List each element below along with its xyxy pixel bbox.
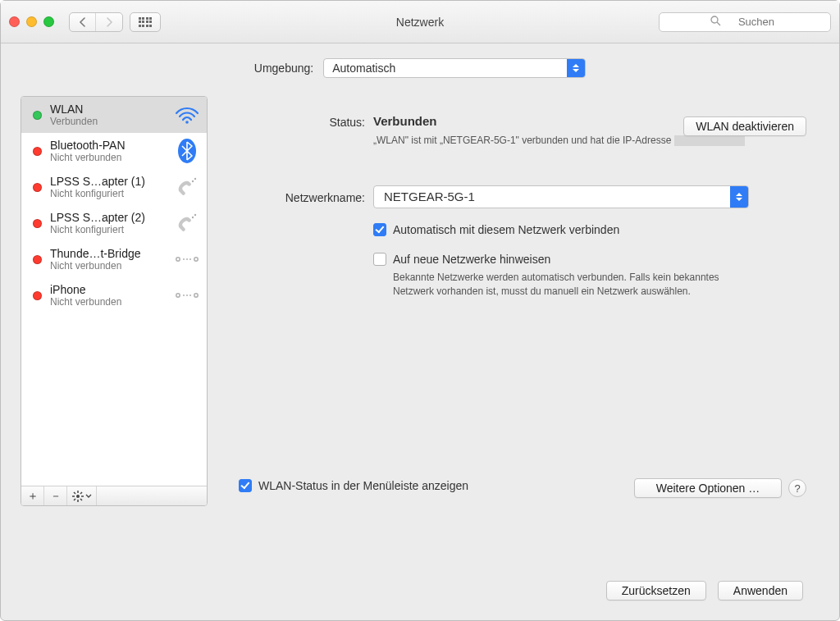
status-dot xyxy=(33,111,42,120)
notify-new-checkbox[interactable]: Auf neue Netzwerke hinweisen xyxy=(373,253,806,266)
network-label: Netzwerkname: xyxy=(224,189,365,204)
status-dot xyxy=(33,219,42,228)
service-item-bluetooth[interactable]: Bluetooth-PAN Nicht verbunden xyxy=(21,133,207,169)
svg-point-17 xyxy=(189,295,191,296)
remove-service-button[interactable]: － xyxy=(44,486,67,505)
svg-point-2 xyxy=(185,121,189,124)
svg-point-14 xyxy=(194,294,198,297)
service-subtitle: Nicht verbunden xyxy=(50,152,166,163)
menubar-status-checkbox[interactable]: WLAN-Status in der Menüleiste anzeigen xyxy=(239,479,468,492)
deactivate-wifi-button[interactable]: WLAN deaktivieren xyxy=(683,116,806,136)
search-box[interactable] xyxy=(659,12,831,32)
service-subtitle: Nicht verbunden xyxy=(50,296,166,308)
status-dot xyxy=(33,255,42,264)
service-sidebar: WLAN Verbunden xyxy=(21,96,208,506)
sidebar-footer-spacer xyxy=(97,486,207,505)
svg-line-24 xyxy=(80,499,82,500)
svg-line-23 xyxy=(74,492,75,494)
svg-point-16 xyxy=(186,295,188,296)
sidebar-footer: ＋ － xyxy=(21,486,207,505)
service-item-lpss-1[interactable]: LPSS S…apter (1) Nicht konfiguriert xyxy=(21,169,207,205)
service-name: LPSS S…apter (1) xyxy=(50,175,166,188)
detail-panel: WLAN deaktivieren Status: Verbunden „WLA… xyxy=(221,96,819,506)
checkbox-icon xyxy=(373,223,386,236)
status-dot xyxy=(33,147,42,156)
status-label: Status: xyxy=(224,114,365,129)
service-subtitle: Nicht konfiguriert xyxy=(50,188,166,199)
svg-point-12 xyxy=(189,258,191,260)
svg-point-8 xyxy=(176,258,180,261)
svg-line-25 xyxy=(74,499,75,500)
auto-join-label: Automatisch mit diesem Netzwerk verbinde… xyxy=(393,223,619,236)
svg-line-26 xyxy=(80,492,82,494)
svg-point-0 xyxy=(711,16,718,23)
zoom-button[interactable] xyxy=(43,16,54,27)
bluetooth-icon xyxy=(174,139,200,162)
svg-point-7 xyxy=(194,214,196,216)
show-all-button[interactable] xyxy=(130,12,161,32)
environment-label: Umgebung: xyxy=(254,62,313,75)
service-name: Bluetooth-PAN xyxy=(50,139,166,152)
search-icon xyxy=(710,16,721,29)
bridge-icon xyxy=(174,248,200,271)
nav-segmented xyxy=(69,12,123,32)
reset-button[interactable]: Zurücksetzen xyxy=(606,581,706,600)
wifi-icon xyxy=(174,103,200,126)
help-button[interactable]: ? xyxy=(788,479,806,497)
auto-join-checkbox[interactable]: Automatisch mit diesem Netzwerk verbinde… xyxy=(373,223,806,236)
svg-point-5 xyxy=(194,178,196,180)
footer-buttons: Zurücksetzen Anwenden xyxy=(606,581,803,600)
menubar-status-label: WLAN-Status in der Menüleiste anzeigen xyxy=(258,479,468,492)
checkbox-icon xyxy=(373,253,386,266)
more-options-button[interactable]: Weitere Optionen … xyxy=(634,478,782,498)
service-name: iPhone xyxy=(50,283,166,296)
environment-row: Umgebung: Automatisch xyxy=(21,58,819,78)
network-value: NETGEAR-5G-1 xyxy=(384,189,475,203)
forward-button[interactable] xyxy=(96,13,122,31)
gear-menu-button[interactable] xyxy=(67,486,97,505)
network-select[interactable]: NETGEAR-5G-1 xyxy=(373,185,749,208)
svg-point-11 xyxy=(186,258,188,260)
service-item-thunderbolt[interactable]: Thunde…t-Bridge Nicht verbunden xyxy=(21,241,207,277)
preferences-window: Netzwerk Umgebung: Automatisch xyxy=(0,0,840,621)
service-item-lpss-2[interactable]: LPSS S…apter (2) Nicht konfiguriert xyxy=(21,205,207,241)
grid-icon xyxy=(139,17,153,27)
apply-button[interactable]: Anwenden xyxy=(718,581,803,600)
window-controls xyxy=(9,16,54,27)
service-subtitle: Nicht konfiguriert xyxy=(50,224,166,235)
notify-help-text: Bekannte Netzwerke werden automatisch ve… xyxy=(393,271,746,299)
titlebar: Netzwerk xyxy=(1,1,839,43)
svg-point-13 xyxy=(176,294,180,297)
phone-icon xyxy=(174,176,200,199)
service-name: LPSS S…apter (2) xyxy=(50,211,166,224)
add-service-button[interactable]: ＋ xyxy=(21,486,44,505)
service-item-wlan[interactable]: WLAN Verbunden xyxy=(21,97,207,133)
svg-point-6 xyxy=(192,217,194,218)
svg-point-15 xyxy=(183,295,185,296)
phone-icon xyxy=(174,212,200,235)
service-subtitle: Verbunden xyxy=(50,116,166,127)
status-dot xyxy=(33,183,42,192)
environment-value: Automatisch xyxy=(332,62,395,75)
minimize-button[interactable] xyxy=(26,16,37,27)
svg-point-10 xyxy=(183,258,185,260)
environment-select[interactable]: Automatisch xyxy=(323,58,586,78)
service-list: WLAN Verbunden xyxy=(21,97,207,486)
svg-point-4 xyxy=(192,180,194,182)
back-button[interactable] xyxy=(70,13,96,31)
main-area: WLAN Verbunden xyxy=(21,96,819,506)
close-button[interactable] xyxy=(9,16,20,27)
chevron-down-icon xyxy=(567,59,585,77)
search-input[interactable] xyxy=(659,12,831,32)
service-subtitle: Nicht verbunden xyxy=(50,260,166,272)
window-title: Netzwerk xyxy=(396,16,444,29)
service-name: Thunde…t-Bridge xyxy=(50,247,166,260)
svg-point-18 xyxy=(76,495,80,498)
body: Umgebung: Automatisch WLAN Verbunden xyxy=(1,43,839,524)
status-dot xyxy=(33,291,42,300)
ip-redacted xyxy=(674,135,745,146)
checkbox-icon xyxy=(239,479,252,492)
svg-line-1 xyxy=(717,22,720,25)
notify-new-label: Auf neue Netzwerke hinweisen xyxy=(393,253,550,266)
service-item-iphone[interactable]: iPhone Nicht verbunden xyxy=(21,277,207,313)
